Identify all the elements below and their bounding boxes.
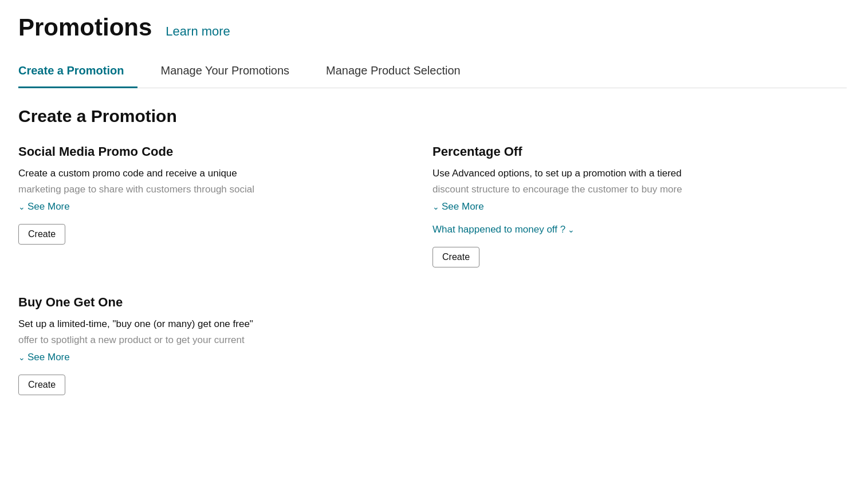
chevron-down-icon: ⌄ (18, 202, 25, 211)
promo-card-percentage-off-desc-faded: discount structure to encourage the cust… (433, 182, 847, 197)
tab-manage-product-selection[interactable]: Manage Product Selection (326, 55, 474, 88)
percentage-off-see-more-label: See More (442, 201, 484, 212)
promo-card-social-media-desc-faded: marketing page to share with customers t… (18, 182, 410, 197)
promo-card-percentage-off-desc: Use Advanced options, to set up a promot… (433, 166, 847, 181)
bogo-see-more-link[interactable]: ⌄ See More (18, 352, 70, 363)
tab-create-promotion[interactable]: Create a Promotion (18, 55, 137, 88)
bogo-see-more-label: See More (27, 352, 70, 363)
social-media-create-button[interactable]: Create (18, 224, 65, 245)
page-title: Promotions (18, 14, 152, 41)
page-header: Promotions Learn more (18, 14, 847, 41)
percentage-off-see-more-link[interactable]: ⌄ See More (433, 201, 484, 212)
section-title: Create a Promotion (18, 107, 847, 126)
what-happened-link[interactable]: What happened to money off ? ⌄ (433, 224, 575, 235)
percentage-off-create-button[interactable]: Create (433, 247, 479, 267)
social-media-see-more-link[interactable]: ⌄ See More (18, 201, 70, 212)
chevron-down-icon-4: ⌄ (18, 353, 25, 362)
promotions-grid: Social Media Promo Code Create a custom … (18, 144, 847, 423)
promo-card-bogo: Buy One Get One Set up a limited-time, "… (18, 295, 433, 423)
social-media-see-more-label: See More (27, 201, 70, 212)
promo-card-social-media-title: Social Media Promo Code (18, 144, 410, 159)
promo-card-bogo-title: Buy One Get One (18, 295, 410, 310)
tabs-nav: Create a Promotion Manage Your Promotion… (18, 55, 847, 88)
promo-card-percentage-off: Percentage Off Use Advanced options, to … (433, 144, 847, 295)
tab-manage-promotions[interactable]: Manage Your Promotions (160, 55, 303, 88)
promo-card-social-media: Social Media Promo Code Create a custom … (18, 144, 433, 295)
learn-more-link[interactable]: Learn more (166, 24, 230, 39)
chevron-down-icon-2: ⌄ (433, 202, 439, 211)
promo-card-social-media-desc: Create a custom promo code and receive a… (18, 166, 410, 181)
chevron-down-icon-3: ⌄ (568, 225, 575, 234)
promo-card-percentage-off-title: Percentage Off (433, 144, 847, 159)
what-happened-label: What happened to money off ? (433, 224, 565, 235)
bogo-create-button[interactable]: Create (18, 375, 65, 395)
promo-card-bogo-desc: Set up a limited-time, "buy one (or many… (18, 317, 410, 332)
promo-card-bogo-desc-faded: offer to spotlight a new product or to g… (18, 333, 410, 348)
